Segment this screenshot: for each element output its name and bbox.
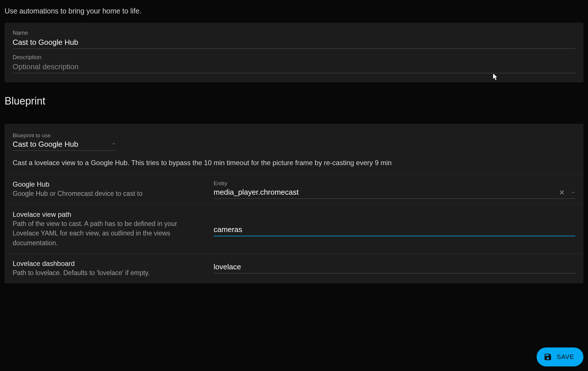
caret-down-icon[interactable]	[571, 190, 575, 195]
view-path-input[interactable]	[214, 222, 575, 236]
intro-text: Use automations to bring your home to li…	[0, 5, 588, 23]
entity-label: Entity	[214, 180, 575, 187]
dashboard-input[interactable]	[214, 260, 575, 273]
description-input[interactable]	[13, 62, 575, 73]
blueprint-card: Blueprint to use Cast to Google Hub Cast…	[5, 124, 583, 283]
row-view-path-title: Lovelace view path	[13, 210, 202, 219]
caret-down-icon	[111, 142, 116, 147]
row-view-path-left: Lovelace view path Path of the view to c…	[13, 210, 214, 248]
blueprint-description: Cast a lovelace view to a Google Hub. Th…	[13, 159, 575, 167]
row-google-hub-left: Google Hub Google Hub or Chromecast devi…	[13, 180, 214, 198]
clear-icon[interactable]	[558, 189, 566, 196]
row-google-hub-title: Google Hub	[13, 180, 202, 188]
name-label: Name	[13, 30, 575, 36]
name-field-wrapper: Name	[13, 30, 575, 49]
basic-info-card: Name Description	[5, 23, 583, 82]
description-field-wrapper: Description	[13, 54, 575, 73]
row-dashboard-title: Lovelace dashboard	[13, 260, 202, 268]
row-view-path: Lovelace view path Path of the view to c…	[5, 204, 583, 254]
row-view-path-help: Path of the view to cast. A path has to …	[13, 219, 202, 248]
blueprint-top: Blueprint to use Cast to Google Hub Cast…	[5, 124, 583, 174]
entity-icons	[558, 189, 575, 196]
description-label: Description	[13, 54, 575, 61]
row-google-hub-help: Google Hub or Chromecast device to cast …	[13, 189, 202, 198]
blueprint-select-value: Cast to Google Hub	[13, 140, 94, 149]
row-google-hub: Google Hub Google Hub or Chromecast devi…	[5, 174, 583, 204]
row-dashboard-right	[214, 260, 575, 273]
name-input[interactable]	[13, 37, 575, 49]
row-dashboard: Lovelace dashboard Path to lovelace. Def…	[5, 254, 583, 283]
blueprint-heading: Blueprint	[0, 82, 588, 124]
blueprint-select-label: Blueprint to use	[13, 132, 575, 139]
save-button[interactable]: SAVE	[537, 347, 583, 366]
row-dashboard-left: Lovelace dashboard Path to lovelace. Def…	[13, 260, 214, 278]
save-icon	[543, 353, 552, 361]
blueprint-select[interactable]: Cast to Google Hub	[13, 139, 116, 151]
row-google-hub-right: Entity	[214, 180, 575, 199]
entity-picker[interactable]	[214, 187, 575, 199]
save-label: SAVE	[557, 353, 574, 361]
row-view-path-right	[214, 222, 575, 236]
row-dashboard-help: Path to lovelace. Defaults to 'lovelace'…	[13, 268, 202, 278]
entity-input[interactable]	[214, 188, 558, 197]
